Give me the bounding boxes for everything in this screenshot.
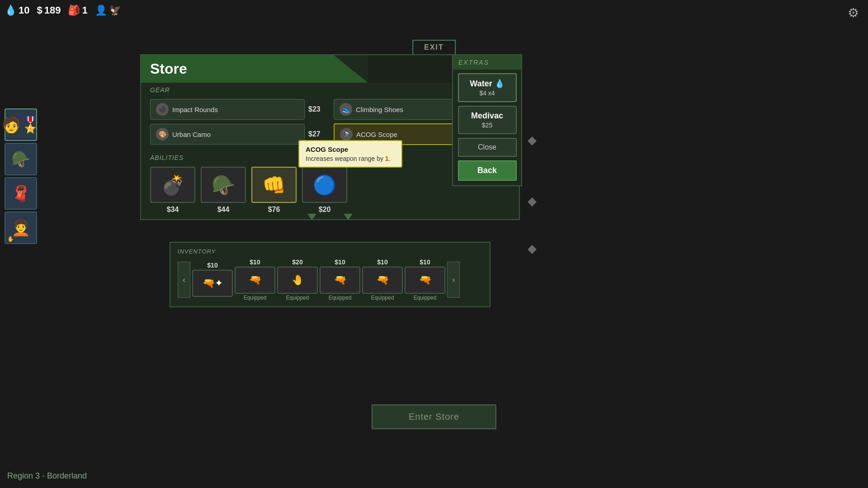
ability-price-2: $44 bbox=[217, 206, 230, 214]
diamond-decoration-1 bbox=[528, 136, 537, 145]
inv-price-6: $10 bbox=[420, 258, 430, 266]
inventory-items: ‹ $10 🔫✦ $10 🔫 Equipped $20 🤚 Equipped $… bbox=[178, 258, 482, 301]
money-hud: $ 189 bbox=[37, 5, 61, 16]
emblem-icon: 🦅 bbox=[109, 5, 121, 16]
urban-camo-label: Urban Camo bbox=[172, 131, 211, 138]
inv-item-4: $10 🔫 Equipped bbox=[320, 258, 360, 301]
water-price: $4 x4 bbox=[463, 89, 511, 97]
enter-store-button[interactable]: Enter Store bbox=[372, 404, 496, 429]
impact-rounds-button[interactable]: ⚫ Impact Rounds bbox=[150, 99, 305, 120]
extras-header: Extras bbox=[453, 55, 521, 70]
urban-camo-price: $27 bbox=[308, 130, 326, 138]
climbing-shoes-label: Climbing Shoes bbox=[356, 106, 403, 113]
medivac-name: Medivac bbox=[463, 111, 511, 121]
store-nav-arrows bbox=[307, 214, 353, 220]
settings-icon[interactable]: ⚙ bbox=[848, 5, 859, 20]
diamond-decoration-3 bbox=[528, 245, 537, 254]
inv-item-5: $10 🔫 Equipped bbox=[362, 258, 403, 301]
inv-label-2: Equipped bbox=[244, 295, 267, 301]
inv-item-1: $10 🔫✦ bbox=[192, 262, 233, 298]
urban-camo-icon: 🎨 bbox=[156, 128, 169, 141]
acog-scope-label: ACOG Scope bbox=[356, 131, 397, 138]
close-button[interactable]: Close bbox=[458, 138, 517, 157]
inv-price-1: $10 bbox=[207, 262, 217, 269]
char-portrait-3[interactable]: 🧣 bbox=[5, 177, 37, 210]
char-portrait-4[interactable]: 🧑‍🦱 ✋ bbox=[5, 211, 37, 244]
inventory-header: Inventory bbox=[178, 248, 482, 255]
money-icon: $ bbox=[37, 5, 42, 16]
inv-icon-1[interactable]: 🔫✦ bbox=[192, 270, 233, 297]
diamond-decoration-2 bbox=[528, 197, 537, 206]
inv-item-2: $10 🔫 Equipped bbox=[235, 258, 275, 301]
water-hud: 💧 10 bbox=[5, 5, 29, 16]
impact-rounds-price: $23 bbox=[308, 105, 326, 113]
tooltip-suffix: . bbox=[389, 155, 391, 162]
medivac-price: $25 bbox=[463, 122, 511, 129]
gear-row-1: ⚫ Impact Rounds $23 bbox=[150, 99, 326, 120]
inventory-panel: Inventory ‹ $10 🔫✦ $10 🔫 Equipped $20 🤚 … bbox=[170, 242, 491, 307]
water-item[interactable]: Water 💧 $4 x4 bbox=[458, 73, 517, 102]
ability-item-1: 💣 $34 bbox=[150, 167, 195, 214]
tooltip-highlight: 1 bbox=[385, 155, 389, 162]
inv-item-6: $10 🔫 Equipped bbox=[405, 258, 445, 301]
inv-price-4: $10 bbox=[335, 258, 345, 266]
ability-icon-4[interactable]: 🔵 bbox=[302, 167, 347, 203]
tooltip-text-main: Increases weapon range by bbox=[306, 155, 385, 162]
inventory-next-button[interactable]: › bbox=[447, 262, 460, 298]
extras-panel: Extras Water 💧 $4 x4 Medivac $25 Close B… bbox=[452, 54, 522, 186]
ability-icon-3[interactable]: 👊 bbox=[251, 167, 297, 203]
inv-icon-5[interactable]: 🔫 bbox=[362, 267, 403, 294]
inv-icon-2[interactable]: 🔫 bbox=[235, 267, 275, 294]
ability-price-1: $34 bbox=[167, 206, 179, 214]
ability-icon-1[interactable]: 💣 bbox=[150, 167, 195, 203]
region-label: Region 3 - Borderland bbox=[7, 471, 87, 481]
inventory-prev-button[interactable]: ‹ bbox=[178, 262, 190, 298]
inv-item-3: $20 🤚 Equipped bbox=[277, 258, 318, 301]
top-hud: 💧 10 $ 189 🎒 1 👤 🦅 bbox=[5, 5, 121, 16]
nav-arrow-left bbox=[307, 214, 316, 220]
acog-tooltip: ACOG Scope Increases weapon range by 1. bbox=[298, 140, 402, 168]
nav-arrow-right bbox=[344, 214, 353, 220]
ability-icon-2[interactable]: 🪖 bbox=[201, 167, 246, 203]
character-portraits: 🧑‍🎖️ 🪖 🧣 🧑‍🦱 ✋ bbox=[5, 108, 37, 244]
inventory-count: 1 bbox=[82, 5, 87, 16]
water-count: 10 bbox=[19, 5, 29, 16]
inv-price-2: $10 bbox=[250, 258, 260, 266]
ability-price-3: $76 bbox=[268, 206, 280, 214]
inv-price-5: $10 bbox=[377, 258, 387, 266]
ability-item-3: 👊 $76 bbox=[251, 167, 297, 214]
inv-icon-4[interactable]: 🔫 bbox=[320, 267, 360, 294]
ability-item-2: 🪖 $44 bbox=[201, 167, 246, 214]
inv-label-3: Equipped bbox=[286, 295, 309, 301]
climbing-shoes-icon: 👟 bbox=[340, 103, 352, 116]
inv-label-5: Equipped bbox=[371, 295, 394, 301]
urban-camo-button[interactable]: 🎨 Urban Camo bbox=[150, 124, 305, 145]
water-name: Water 💧 bbox=[463, 79, 511, 89]
bag-icon: 🎒 bbox=[68, 5, 80, 16]
char-portrait-2[interactable]: 🪖 bbox=[5, 143, 37, 175]
impact-rounds-icon: ⚫ bbox=[156, 103, 169, 116]
ability-price-4: $20 bbox=[319, 206, 331, 214]
tooltip-title: ACOG Scope bbox=[306, 145, 395, 153]
water-icon: 💧 bbox=[5, 5, 17, 16]
store-title: Store bbox=[141, 55, 368, 83]
tooltip-text: Increases weapon range by 1. bbox=[306, 155, 395, 162]
inv-label-6: Equipped bbox=[414, 295, 437, 301]
back-button[interactable]: Back bbox=[458, 160, 517, 181]
inv-icon-3[interactable]: 🤚 bbox=[277, 267, 318, 294]
money-count: 189 bbox=[44, 5, 61, 16]
char-portrait-1[interactable]: 🧑‍🎖️ bbox=[5, 108, 37, 141]
inv-label-4: Equipped bbox=[329, 295, 352, 301]
exit-button[interactable]: EXIT bbox=[412, 40, 456, 55]
medivac-item[interactable]: Medivac $25 bbox=[458, 106, 517, 134]
impact-rounds-label: Impact Rounds bbox=[172, 106, 218, 113]
char-icons-hud: 👤 🦅 bbox=[95, 5, 121, 16]
inv-icon-6[interactable]: 🔫 bbox=[405, 267, 445, 294]
ability-item-4: 🔵 $20 bbox=[302, 167, 347, 214]
inventory-hud: 🎒 1 bbox=[68, 5, 87, 16]
char-icon-1: 👤 bbox=[95, 5, 107, 16]
inv-price-3: $20 bbox=[292, 258, 302, 266]
acog-scope-icon: 🔭 bbox=[340, 128, 353, 141]
